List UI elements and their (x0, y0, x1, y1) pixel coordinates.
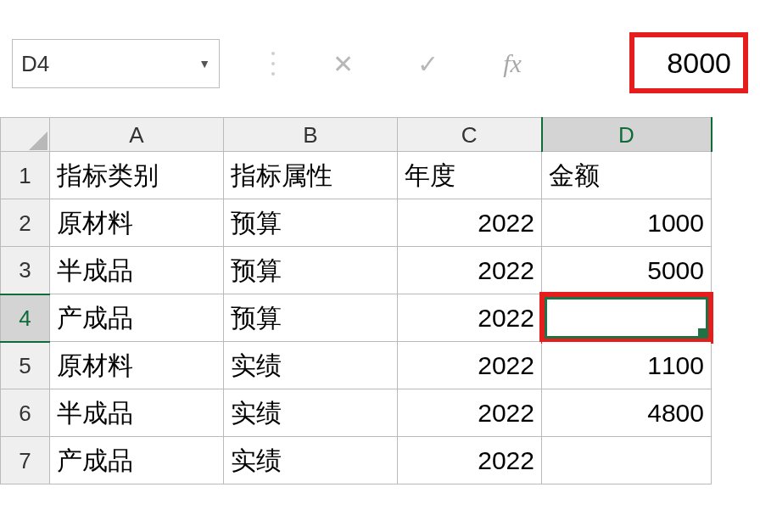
col-header-B[interactable]: B (224, 118, 398, 152)
drag-handle-icon[interactable] (271, 52, 275, 76)
cell-C2[interactable]: 2022 (398, 199, 542, 247)
row-header-7[interactable]: 7 (1, 437, 50, 484)
name-box-value: D4 (21, 51, 49, 77)
fill-handle[interactable] (698, 328, 707, 337)
cell-C3[interactable]: 2022 (398, 247, 542, 294)
row-header-3[interactable]: 3 (1, 247, 50, 294)
enter-icon[interactable]: ✓ (411, 49, 444, 79)
table-row: 5 原材料 实绩 2022 1100 (1, 342, 712, 389)
table-row: 4 产成品 预算 2022 (1, 294, 712, 342)
row-header-4[interactable]: 4 (1, 294, 50, 342)
cell-D4[interactable] (542, 294, 712, 342)
cell-A6[interactable]: 半成品 (50, 389, 224, 437)
cell-A3[interactable]: 半成品 (50, 247, 224, 294)
name-box[interactable]: D4 ▼ (12, 39, 220, 88)
cell-D1[interactable]: 金额 (542, 152, 712, 199)
cell-B1[interactable]: 指标属性 (224, 152, 398, 199)
cell-D3[interactable]: 5000 (542, 247, 712, 294)
spreadsheet-grid[interactable]: A B C D 1 指标类别 指标属性 年度 金额 2 原材料 预算 2022 … (0, 117, 760, 532)
cell-B3[interactable]: 预算 (224, 247, 398, 294)
column-header-row: A B C D (1, 118, 712, 152)
cell-C6[interactable]: 2022 (398, 389, 542, 437)
col-header-A[interactable]: A (50, 118, 224, 152)
table-row: 6 半成品 实绩 2022 4800 (1, 389, 712, 437)
cell-D7[interactable] (542, 437, 712, 484)
cell-B2[interactable]: 预算 (224, 199, 398, 247)
row-header-5[interactable]: 5 (1, 342, 50, 389)
cell-C7[interactable]: 2022 (398, 437, 542, 484)
row-header-6[interactable]: 6 (1, 389, 50, 437)
formula-bar-text: 8000 (667, 47, 731, 80)
table-row: 1 指标类别 指标属性 年度 金额 (1, 152, 712, 199)
cell-C4[interactable]: 2022 (398, 294, 542, 342)
cell-D6[interactable]: 4800 (542, 389, 712, 437)
formula-bar-input[interactable]: 8000 (629, 32, 748, 93)
cell-D5[interactable]: 1100 (542, 342, 712, 389)
table-row: 7 产成品 实绩 2022 (1, 437, 712, 484)
table-row: 3 半成品 预算 2022 5000 (1, 247, 712, 294)
name-box-dropdown-icon[interactable]: ▼ (198, 57, 210, 70)
cell-D2[interactable]: 1000 (542, 199, 712, 247)
cell-B4[interactable]: 预算 (224, 294, 398, 342)
cell-B5[interactable]: 实绩 (224, 342, 398, 389)
cell-A1[interactable]: 指标类别 (50, 152, 224, 199)
col-header-C[interactable]: C (398, 118, 542, 152)
cell-A4[interactable]: 产成品 (50, 294, 224, 342)
selection-border (545, 297, 708, 339)
cell-B6[interactable]: 实绩 (224, 389, 398, 437)
cancel-icon[interactable]: ✕ (326, 49, 360, 79)
cell-C5[interactable]: 2022 (398, 342, 542, 389)
app-window: D4 ▼ ✕ ✓ fx 8000 A B C D (0, 0, 760, 532)
cell-A5[interactable]: 原材料 (50, 342, 224, 389)
cell-C1[interactable]: 年度 (398, 152, 542, 199)
col-header-D[interactable]: D (542, 118, 712, 152)
fx-icon[interactable]: fx (495, 49, 529, 78)
row-header-1[interactable]: 1 (1, 152, 50, 199)
cell-A7[interactable]: 产成品 (50, 437, 224, 484)
svg-marker-0 (29, 132, 48, 150)
row-header-2[interactable]: 2 (1, 199, 50, 247)
select-all-corner[interactable] (1, 118, 50, 152)
cell-B7[interactable]: 实绩 (224, 437, 398, 484)
sheet-table: A B C D 1 指标类别 指标属性 年度 金额 2 原材料 预算 2022 … (0, 117, 712, 484)
cell-A2[interactable]: 原材料 (50, 199, 224, 247)
formula-bar-buttons: ✕ ✓ fx (271, 39, 529, 88)
table-row: 2 原材料 预算 2022 1000 (1, 199, 712, 247)
formula-bar: D4 ▼ ✕ ✓ fx 8000 (0, 17, 760, 102)
